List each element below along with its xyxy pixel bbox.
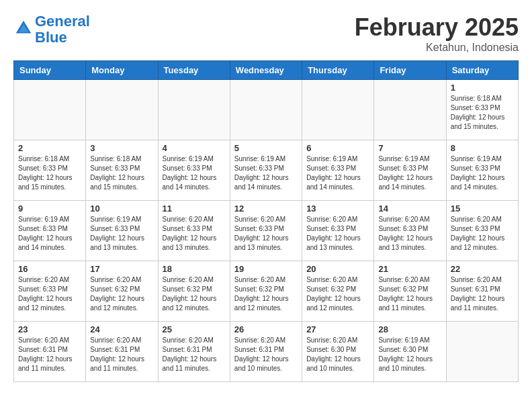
day-info: Sunrise: 6:20 AM Sunset: 6:33 PM Dayligh… [306, 215, 369, 253]
day-number: 23 [18, 324, 81, 334]
logo-text: General Blue [35, 13, 90, 46]
calendar-week-row: 9Sunrise: 6:19 AM Sunset: 6:33 PM Daylig… [14, 201, 519, 261]
calendar-cell: 10Sunrise: 6:19 AM Sunset: 6:33 PM Dayli… [86, 201, 158, 261]
weekday-header: Wednesday [230, 61, 302, 80]
calendar-cell [302, 80, 374, 140]
day-info: Sunrise: 6:20 AM Sunset: 6:30 PM Dayligh… [306, 336, 369, 373]
calendar-week-row: 23Sunrise: 6:20 AM Sunset: 6:31 PM Dayli… [14, 322, 519, 382]
day-info: Sunrise: 6:20 AM Sunset: 6:31 PM Dayligh… [18, 336, 81, 373]
day-info: Sunrise: 6:19 AM Sunset: 6:33 PM Dayligh… [306, 154, 369, 192]
day-info: Sunrise: 6:20 AM Sunset: 6:31 PM Dayligh… [163, 336, 226, 373]
calendar-week-row: 16Sunrise: 6:20 AM Sunset: 6:33 PM Dayli… [14, 261, 519, 322]
day-info: Sunrise: 6:20 AM Sunset: 6:31 PM Dayligh… [451, 275, 514, 313]
day-info: Sunrise: 6:20 AM Sunset: 6:33 PM Dayligh… [18, 275, 81, 313]
location: Ketahun, Indonesia [355, 42, 519, 54]
day-info: Sunrise: 6:19 AM Sunset: 6:33 PM Dayligh… [451, 154, 514, 192]
day-number: 6 [306, 143, 369, 153]
calendar-cell: 21Sunrise: 6:20 AM Sunset: 6:32 PM Dayli… [374, 261, 446, 322]
weekday-header: Monday [86, 61, 158, 80]
day-number: 13 [306, 203, 369, 214]
day-info: Sunrise: 6:20 AM Sunset: 6:32 PM Dayligh… [378, 275, 441, 313]
day-number: 14 [378, 203, 441, 214]
day-number: 5 [234, 143, 298, 153]
calendar-cell: 26Sunrise: 6:20 AM Sunset: 6:31 PM Dayli… [230, 322, 302, 382]
day-info: Sunrise: 6:20 AM Sunset: 6:33 PM Dayligh… [451, 215, 514, 253]
calendar-cell: 20Sunrise: 6:20 AM Sunset: 6:32 PM Dayli… [302, 261, 374, 322]
calendar-cell: 3Sunrise: 6:18 AM Sunset: 6:33 PM Daylig… [86, 140, 158, 201]
day-number: 3 [90, 143, 153, 153]
day-number: 27 [306, 324, 369, 334]
logo-line1: General [35, 13, 90, 30]
day-info: Sunrise: 6:20 AM Sunset: 6:33 PM Dayligh… [378, 215, 441, 253]
calendar-cell: 19Sunrise: 6:20 AM Sunset: 6:32 PM Dayli… [230, 261, 302, 322]
calendar-cell: 5Sunrise: 6:19 AM Sunset: 6:33 PM Daylig… [230, 140, 302, 201]
logo: General Blue [13, 13, 90, 46]
page-header: General Blue February 2025 Ketahun, Indo… [13, 13, 519, 54]
calendar-cell: 18Sunrise: 6:20 AM Sunset: 6:32 PM Dayli… [158, 261, 230, 322]
calendar-cell [158, 80, 230, 140]
day-info: Sunrise: 6:20 AM Sunset: 6:31 PM Dayligh… [90, 336, 153, 373]
day-info: Sunrise: 6:19 AM Sunset: 6:33 PM Dayligh… [18, 215, 81, 253]
day-number: 16 [18, 264, 81, 274]
day-info: Sunrise: 6:19 AM Sunset: 6:33 PM Dayligh… [234, 154, 298, 192]
weekday-header: Tuesday [158, 61, 230, 80]
calendar-cell: 8Sunrise: 6:19 AM Sunset: 6:33 PM Daylig… [446, 140, 518, 201]
weekday-header: Friday [374, 61, 446, 80]
calendar-cell: 13Sunrise: 6:20 AM Sunset: 6:33 PM Dayli… [302, 201, 374, 261]
calendar-cell: 27Sunrise: 6:20 AM Sunset: 6:30 PM Dayli… [302, 322, 374, 382]
day-info: Sunrise: 6:19 AM Sunset: 6:30 PM Dayligh… [378, 336, 441, 373]
calendar-cell [86, 80, 158, 140]
calendar-cell: 2Sunrise: 6:18 AM Sunset: 6:33 PM Daylig… [14, 140, 86, 201]
calendar-cell: 6Sunrise: 6:19 AM Sunset: 6:33 PM Daylig… [302, 140, 374, 201]
day-number: 10 [90, 203, 153, 214]
calendar-cell: 23Sunrise: 6:20 AM Sunset: 6:31 PM Dayli… [14, 322, 86, 382]
weekday-header-row: SundayMondayTuesdayWednesdayThursdayFrid… [14, 61, 519, 80]
day-info: Sunrise: 6:20 AM Sunset: 6:32 PM Dayligh… [163, 275, 226, 313]
day-info: Sunrise: 6:20 AM Sunset: 6:32 PM Dayligh… [234, 275, 298, 313]
day-number: 24 [90, 324, 153, 334]
calendar-cell: 25Sunrise: 6:20 AM Sunset: 6:31 PM Dayli… [158, 322, 230, 382]
calendar-cell: 17Sunrise: 6:20 AM Sunset: 6:32 PM Dayli… [86, 261, 158, 322]
day-number: 20 [306, 264, 369, 274]
day-number: 26 [234, 324, 298, 334]
day-number: 8 [451, 143, 514, 153]
calendar-week-row: 2Sunrise: 6:18 AM Sunset: 6:33 PM Daylig… [14, 140, 519, 201]
day-info: Sunrise: 6:19 AM Sunset: 6:33 PM Dayligh… [378, 154, 441, 192]
calendar-cell: 7Sunrise: 6:19 AM Sunset: 6:33 PM Daylig… [374, 140, 446, 201]
day-number: 19 [234, 264, 298, 274]
calendar-cell: 9Sunrise: 6:19 AM Sunset: 6:33 PM Daylig… [14, 201, 86, 261]
day-info: Sunrise: 6:19 AM Sunset: 6:33 PM Dayligh… [90, 215, 153, 253]
day-number: 4 [163, 143, 226, 153]
day-info: Sunrise: 6:20 AM Sunset: 6:33 PM Dayligh… [234, 215, 298, 253]
day-number: 7 [378, 143, 441, 153]
calendar-cell: 11Sunrise: 6:20 AM Sunset: 6:33 PM Dayli… [158, 201, 230, 261]
calendar-cell: 24Sunrise: 6:20 AM Sunset: 6:31 PM Dayli… [86, 322, 158, 382]
day-number: 28 [378, 324, 441, 334]
logo-icon [13, 18, 34, 38]
day-number: 15 [451, 203, 514, 214]
day-info: Sunrise: 6:20 AM Sunset: 6:32 PM Dayligh… [90, 275, 153, 313]
day-number: 11 [163, 203, 226, 214]
calendar-cell: 22Sunrise: 6:20 AM Sunset: 6:31 PM Dayli… [446, 261, 518, 322]
calendar-cell: 4Sunrise: 6:19 AM Sunset: 6:33 PM Daylig… [158, 140, 230, 201]
calendar-cell [230, 80, 302, 140]
calendar-cell [374, 80, 446, 140]
day-info: Sunrise: 6:18 AM Sunset: 6:33 PM Dayligh… [90, 154, 153, 192]
calendar-cell [14, 80, 86, 140]
day-number: 21 [378, 264, 441, 274]
day-number: 18 [163, 264, 226, 274]
calendar-cell: 28Sunrise: 6:19 AM Sunset: 6:30 PM Dayli… [374, 322, 446, 382]
day-info: Sunrise: 6:20 AM Sunset: 6:32 PM Dayligh… [306, 275, 369, 313]
day-number: 2 [18, 143, 81, 153]
calendar-cell: 15Sunrise: 6:20 AM Sunset: 6:33 PM Dayli… [446, 201, 518, 261]
day-number: 9 [18, 203, 81, 214]
weekday-header: Sunday [14, 61, 86, 80]
day-number: 17 [90, 264, 153, 274]
day-info: Sunrise: 6:20 AM Sunset: 6:31 PM Dayligh… [234, 336, 298, 373]
day-number: 12 [234, 203, 298, 214]
calendar-cell: 12Sunrise: 6:20 AM Sunset: 6:33 PM Dayli… [230, 201, 302, 261]
day-number: 25 [163, 324, 226, 334]
day-info: Sunrise: 6:19 AM Sunset: 6:33 PM Dayligh… [163, 154, 226, 192]
day-info: Sunrise: 6:20 AM Sunset: 6:33 PM Dayligh… [163, 215, 226, 253]
calendar-table: SundayMondayTuesdayWednesdayThursdayFrid… [13, 60, 519, 382]
